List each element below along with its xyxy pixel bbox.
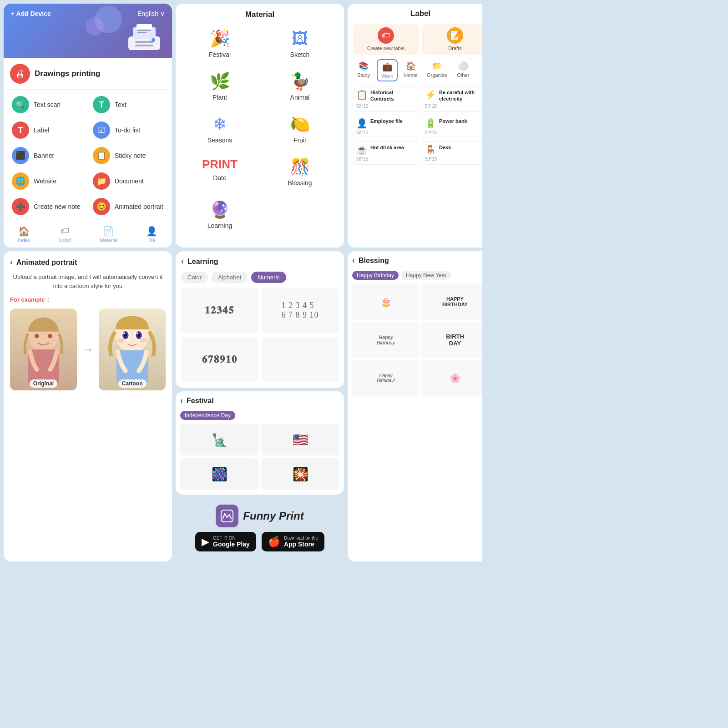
menu-item-label[interactable]: T Label: [8, 119, 86, 142]
menu-item-document[interactable]: 📁 Document: [89, 170, 167, 192]
label-top-row: 🏷 Create new label 📝 Drafts: [353, 24, 482, 55]
label-item-powerbank[interactable]: 🔋 Power bank 50*15: [422, 115, 482, 138]
menu-item-animated-portrait[interactable]: 😊 Animated portrait: [89, 195, 167, 218]
nav-me[interactable]: 👤 Me: [146, 226, 157, 243]
language-selector[interactable]: English ∨: [137, 10, 165, 17]
festival-tags: Independence Day: [180, 411, 339, 420]
svg-rect-5: [137, 32, 147, 33]
number-art-6-10[interactable]: 𝟔𝟕𝟖𝟗𝟏𝟎: [181, 337, 258, 382]
label-item-employee[interactable]: 👤 Employee file 50*15: [353, 115, 419, 138]
festival-label: Festival: [209, 51, 231, 58]
label-nav-icon: 🏷: [61, 226, 70, 236]
nav-material[interactable]: 📄 Material: [100, 226, 117, 243]
festival-img-3[interactable]: 🎆: [180, 458, 258, 490]
number-art-1-5[interactable]: 𝟏𝟐𝟑𝟒𝟓: [181, 288, 258, 333]
cartoon-label: Cartoon: [118, 379, 147, 388]
cartoon-portrait: Cartoon: [99, 308, 166, 390]
fruit-icon: 🍋: [290, 115, 310, 134]
menu-item-website[interactable]: 🌐 Website: [8, 170, 86, 192]
app-logo: [216, 505, 238, 527]
blessing-img-3[interactable]: HappyBirthday: [352, 322, 420, 358]
blessing-img-4[interactable]: BIRTHDAY: [421, 322, 482, 358]
create-note-label: Create new note: [34, 203, 81, 210]
blessing-img-2[interactable]: HAPPYBIRTHDAY: [421, 283, 482, 320]
learning-header: ‹ Learning: [181, 257, 339, 266]
blessing-title: Blessing: [359, 257, 389, 265]
home-tab-icon: 🏠: [406, 61, 416, 71]
happy-new-year-tag[interactable]: Happy New Year: [401, 271, 451, 280]
label-item-hotdrink[interactable]: ☕ Hot drink area 50*15: [353, 141, 419, 165]
nav-index[interactable]: 🏠 Index: [18, 226, 30, 243]
example-label: For example：: [10, 296, 166, 304]
drafts-button[interactable]: 📝 Drafts: [422, 24, 482, 55]
label-item-electricity[interactable]: ⚡ Be careful with electricity 50*15: [422, 86, 482, 112]
festival-images: 🗽 🇺🇸 🎆 🎇: [180, 424, 339, 490]
menu-item-banner[interactable]: ⬛ Banner: [8, 144, 86, 167]
filter-numeric[interactable]: Numeric: [251, 272, 286, 283]
nav-label[interactable]: 🏷 Label: [59, 226, 71, 243]
blessing-img-5[interactable]: HappyBirthday!: [352, 360, 420, 396]
text-icon: T: [93, 96, 110, 113]
menu-item-text-scan[interactable]: 🔍 Text scan: [8, 93, 86, 116]
festival-img-1[interactable]: 🗽: [180, 424, 258, 455]
learning-filter-tabs: Color Alphabet Numeric: [181, 272, 339, 283]
bottom-navigation: 🏠 Index 🏷 Label 📄 Material 👤 Me: [4, 222, 172, 248]
menu-item-sticky[interactable]: 📋 Sticky note: [89, 144, 167, 167]
festival-small-panel: ‹ Festival Independence Day 🗽 🇺🇸 🎆 🎇: [176, 391, 344, 495]
google-play-button[interactable]: ▶ GET IT ON Google Play: [195, 532, 256, 551]
filter-color[interactable]: Color: [181, 272, 208, 283]
tab-organize[interactable]: 📁 Organize: [424, 59, 450, 81]
original-portrait-image: [10, 308, 77, 390]
create-new-label-button[interactable]: 🏷 Create new label: [353, 24, 419, 55]
material-item-festival[interactable]: 🎉 Festival: [182, 25, 258, 63]
label-title: Label: [353, 9, 482, 18]
independence-day-tag[interactable]: Independence Day: [180, 411, 235, 420]
festival-img-2[interactable]: 🇺🇸: [261, 424, 339, 455]
svg-point-21: [136, 333, 138, 334]
svg-point-6: [152, 38, 155, 42]
drawings-section: 🖨 Drawings printing: [4, 58, 172, 90]
svg-point-11: [48, 334, 52, 339]
svg-rect-2: [135, 41, 153, 43]
material-item-sketch[interactable]: 🖼 Sketch: [262, 25, 338, 63]
happy-birthday-tag[interactable]: Happy Birthday: [352, 271, 399, 280]
material-item-date[interactable]: PRINT Date: [182, 153, 258, 191]
fruit-label: Fruit: [293, 136, 306, 144]
festival-back-icon[interactable]: ‹: [180, 396, 183, 405]
blessing-back-icon[interactable]: ‹: [352, 256, 355, 265]
animal-label: Animal: [290, 94, 310, 101]
google-play-text: GET IT ON Google Play: [213, 536, 250, 548]
app-store-button[interactable]: 🍎 Download on the App Store: [262, 532, 324, 551]
menu-item-create-note[interactable]: ➕ Create new note: [8, 195, 86, 218]
text-label: Text: [115, 101, 126, 108]
add-device-button[interactable]: + Add Device: [11, 10, 51, 17]
filter-alphabet[interactable]: Alphabet: [212, 272, 248, 283]
number-art-1-10[interactable]: 1 2 3 4 56 7 8 9 10: [262, 288, 339, 333]
label-items-grid: 📋 Historical Contracts 50*15 ⚡ Be carefu…: [353, 86, 482, 165]
festival-img-4[interactable]: 🎇: [261, 458, 339, 490]
blessing-img-1[interactable]: 🎂: [352, 283, 420, 320]
portrait-header: ‹ Animated portrait: [10, 258, 166, 267]
other-tab-icon: ⚪: [458, 61, 468, 71]
document-label: Document: [115, 177, 144, 185]
label-item-desk[interactable]: 🪑 Desk 50*15: [422, 141, 482, 165]
festival-title: Festival: [187, 397, 214, 405]
label-item-historical[interactable]: 📋 Historical Contracts 50*15: [353, 86, 419, 112]
portrait-title: Animated portrait: [16, 258, 77, 267]
material-item-blessing[interactable]: 🎊 Blessing: [262, 153, 338, 191]
desk-icon: 🪑: [425, 144, 436, 155]
material-item-fruit[interactable]: 🍋 Fruit: [262, 110, 338, 148]
learning-back-icon[interactable]: ‹: [181, 257, 184, 266]
tab-work[interactable]: 💼 Work: [377, 59, 398, 81]
material-item-seasons[interactable]: ❄ Seasons: [182, 110, 258, 148]
material-item-plant[interactable]: 🌿 Plant: [182, 67, 258, 106]
tab-home[interactable]: 🏠 Home: [400, 59, 421, 81]
menu-item-text[interactable]: T Text: [89, 93, 167, 116]
material-item-animal[interactable]: 🦆 Animal: [262, 67, 338, 106]
blessing-img-6[interactable]: 🌸: [421, 360, 482, 396]
back-arrow-icon[interactable]: ‹: [10, 258, 13, 267]
tab-study[interactable]: 📚 Study: [353, 59, 374, 81]
material-item-learning[interactable]: 🔮 Learning: [182, 196, 258, 234]
tab-other[interactable]: ⚪ Other: [453, 59, 474, 81]
menu-item-todo[interactable]: ☑ To-do list: [89, 119, 167, 142]
